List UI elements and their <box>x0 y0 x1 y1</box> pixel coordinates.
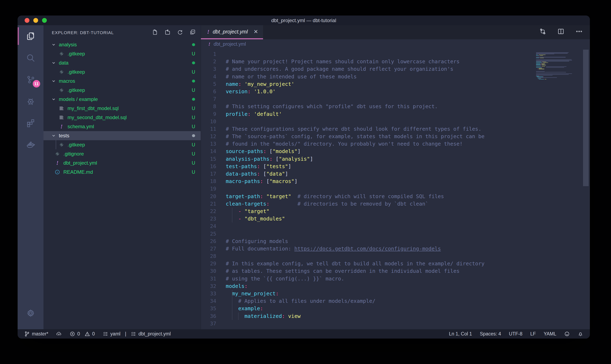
line-number: 11 <box>201 125 226 133</box>
new-folder-icon[interactable] <box>164 29 171 36</box>
tree-file-my-second-dbt-model-sql[interactable]: my_second_dbt_model.sqlU <box>43 113 201 122</box>
tree-folder-macros[interactable]: macros <box>43 77 201 86</box>
traffic-lights <box>25 15 47 25</box>
git-file-icon <box>59 142 64 148</box>
sync-changes-button[interactable] <box>56 331 62 337</box>
tree-folder-data[interactable]: data <box>43 58 201 67</box>
tree-item-label: my_first_dbt_model.sql <box>68 105 186 111</box>
activitybar-docker-icon[interactable] <box>18 134 43 156</box>
indent-guide <box>238 312 239 320</box>
tree-file--gitkeep[interactable]: .gitkeepU <box>43 67 201 77</box>
tab-bar: ! dbt_project.yml ✕ <box>201 25 590 39</box>
code-line-4: 4# name or the intended use of these mod… <box>201 73 590 80</box>
tree-file--gitkeep[interactable]: .gitkeepU <box>43 49 201 58</box>
code-line-33: 33 my_new_project: <box>201 290 590 297</box>
activitybar-search-icon[interactable] <box>18 47 43 69</box>
tree-item-label: .gitkeep <box>68 87 186 93</box>
line-number: 32 <box>201 283 226 290</box>
collapse-all-icon[interactable] <box>189 29 196 36</box>
explorer-header: EXPLORER: DBT-TUTORIAL <box>43 25 201 40</box>
activitybar-extensions-icon[interactable] <box>18 112 43 134</box>
breadcrumb-file: dbt_project.yml <box>214 41 246 47</box>
smiley-icon <box>564 331 570 337</box>
eol-setting[interactable]: LF <box>530 331 536 337</box>
more-actions-icon[interactable] <box>575 28 583 36</box>
line-number: 29 <box>201 260 226 267</box>
scm-pending-badge: 11 <box>33 80 40 88</box>
git-status-badge <box>186 43 201 46</box>
activitybar-debug-icon[interactable] <box>18 90 43 112</box>
tree-file-readme-md[interactable]: README.mdU <box>43 168 201 177</box>
language-mode[interactable]: YAML <box>544 331 556 337</box>
git-file-icon <box>59 69 64 75</box>
new-file-icon[interactable] <box>152 29 158 36</box>
close-window-button[interactable] <box>25 18 29 23</box>
tree-file-dbt-project-yml[interactable]: !dbt_project.ymlU <box>43 158 201 168</box>
refresh-icon[interactable] <box>177 29 183 36</box>
line-number: 17 <box>201 170 226 178</box>
feedback-button[interactable] <box>564 331 570 337</box>
notifications-button[interactable] <box>578 331 583 337</box>
encoding-setting[interactable]: UTF-8 <box>509 331 522 337</box>
tab-dbt-project-yml[interactable]: ! dbt_project.yml ✕ <box>201 25 263 39</box>
tree-item-label: dbt_project.yml <box>63 160 186 166</box>
line-number: 3 <box>201 65 226 73</box>
chevron-down-icon <box>51 133 56 138</box>
git-branch-icon <box>24 331 30 337</box>
minimize-window-button[interactable] <box>33 18 38 23</box>
code-line-12: 12# The `source-paths` config, for examp… <box>201 133 590 140</box>
yaml-warn-icon: ! <box>56 160 59 166</box>
tree-file--gitkeep[interactable]: .gitkeepU <box>43 140 201 149</box>
chevron-down-icon <box>51 78 56 84</box>
vertical-scrollbar[interactable] <box>583 50 589 186</box>
line-number: 10 <box>201 118 226 125</box>
git-branch-status[interactable]: master* <box>24 331 48 337</box>
git-status-badge: U <box>186 51 201 57</box>
open-changes-icon[interactable] <box>539 28 546 36</box>
line-number: 8 <box>201 103 226 110</box>
split-editor-icon[interactable] <box>557 28 565 36</box>
activitybar-source-control-icon[interactable]: 11 <box>18 69 43 90</box>
git-status-badge <box>186 80 201 82</box>
tree-folder-models-example[interactable]: models / example <box>43 95 201 104</box>
line-number: 28 <box>201 253 226 260</box>
line-number: 30 <box>201 267 226 275</box>
close-tab-icon[interactable]: ✕ <box>253 28 258 35</box>
tree-file--gitignore[interactable]: .gitignoreU <box>43 149 201 158</box>
window-title: dbt_project.yml — dbt-tutorial <box>271 18 336 23</box>
line-number: 19 <box>201 185 226 193</box>
editor-group: ! dbt_project.yml ✕ ! dbt_project.yml 12… <box>201 25 590 329</box>
linter-status[interactable]: yaml | dbt_project.yml <box>103 331 171 337</box>
activitybar-files-icon[interactable] <box>18 25 43 47</box>
tree-folder-tests[interactable]: tests <box>43 131 201 140</box>
tree-folder-analysis[interactable]: analysis <box>43 40 201 49</box>
checklist-icon <box>131 331 136 337</box>
indentation-setting[interactable]: Spaces: 4 <box>480 331 501 337</box>
code-editor[interactable]: 12# Name your project! Project names sho… <box>201 49 590 329</box>
line-number: 15 <box>201 155 226 163</box>
indent-guide <box>232 208 232 215</box>
info-icon <box>55 169 60 175</box>
git-status-badge <box>186 98 201 101</box>
separator: | <box>125 331 126 337</box>
branch-name: master* <box>32 331 48 337</box>
tree-item-label: models / example <box>59 96 186 102</box>
line-number: 5 <box>201 80 226 88</box>
breadcrumb[interactable]: ! dbt_project.yml <box>201 39 590 49</box>
line-number: 13 <box>201 140 226 148</box>
settings-gear-icon[interactable] <box>18 302 43 324</box>
problems-status[interactable]: 0 0 <box>69 331 95 337</box>
minimap[interactable] <box>536 51 582 80</box>
line-number: 6 <box>201 88 226 95</box>
line-number: 9 <box>201 110 226 118</box>
line-number: 31 <box>201 275 226 283</box>
indent-guide <box>232 290 232 297</box>
tree-file--gitkeep[interactable]: .gitkeepU <box>43 86 201 95</box>
zoom-window-button[interactable] <box>42 18 47 23</box>
tree-file-my-first-dbt-model-sql[interactable]: my_first_dbt_model.sqlU <box>43 104 201 113</box>
tree-file-schema-yml[interactable]: !schema.ymlU <box>43 122 201 131</box>
cursor-position[interactable]: Ln 1, Col 1 <box>449 331 472 337</box>
line-number: 12 <box>201 133 226 140</box>
code-line-7: 7 <box>201 95 590 103</box>
errors-icon <box>69 331 75 337</box>
